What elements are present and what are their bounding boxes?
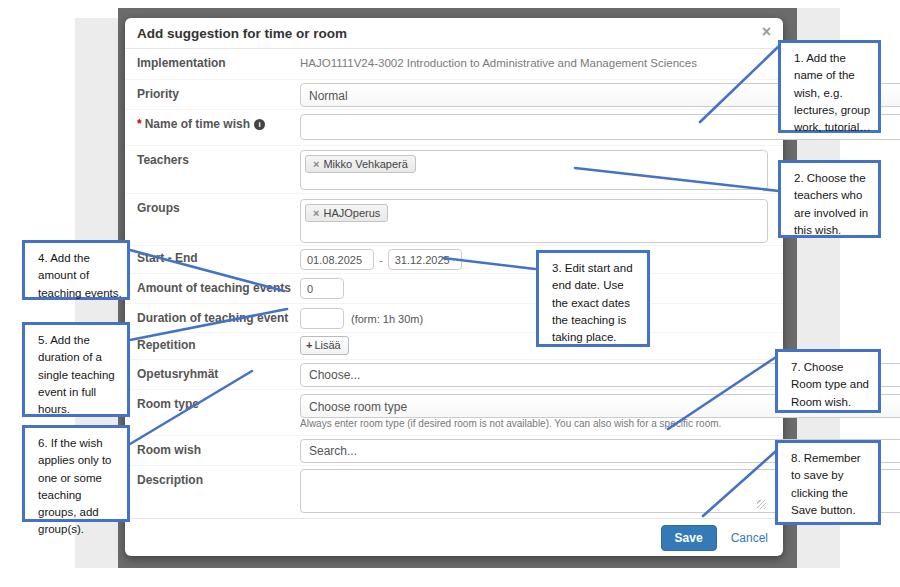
date-range-separator: -: [379, 254, 383, 266]
modal-header: Add suggestion for time or room ×: [125, 18, 783, 49]
close-icon[interactable]: ×: [762, 24, 771, 40]
teachers-multiselect[interactable]: ×Mikko Vehkaperä: [300, 150, 768, 190]
amount-of-teaching-events-input[interactable]: [300, 278, 344, 299]
start-end-label: Start - End: [137, 251, 198, 265]
duration-format-hint: (form: 1h 30m): [351, 313, 423, 325]
implementation-row: Implementation HAJO1111V24-3002 Introduc…: [125, 49, 783, 80]
plus-icon: +: [306, 339, 312, 351]
duration-controls: (form: 1h 30m): [300, 308, 768, 329]
name-of-time-wish-row: *Name of time wishi: [125, 110, 783, 146]
teachers-label: Teachers: [137, 153, 189, 167]
resize-grip-icon[interactable]: [757, 500, 766, 509]
info-icon[interactable]: i: [254, 119, 265, 130]
priority-selected-value: Normal: [309, 89, 348, 103]
cancel-button[interactable]: Cancel: [731, 531, 768, 545]
amount-label: Amount of teaching events: [137, 281, 291, 295]
annotation-box-1: 1. Add the name of the wish, e.g. lectur…: [778, 40, 881, 133]
end-date-input[interactable]: [388, 249, 462, 270]
start-date-input[interactable]: [300, 249, 374, 270]
start-end-row: Start - End -: [125, 246, 783, 274]
room-type-help-text: Always enter room type (if desired room …: [300, 418, 770, 429]
amount-of-teaching-events-row: Amount of teaching events: [125, 274, 783, 304]
description-label: Description: [137, 473, 203, 487]
room-wish-label: Room wish: [137, 443, 201, 457]
required-asterisk: *: [137, 117, 142, 131]
annotation-box-7: 7. Choose Room type and Room wish.: [775, 349, 881, 413]
tag-remove-icon[interactable]: ×: [313, 207, 319, 219]
room-wish-row: Room wish: [125, 436, 783, 466]
annotation-box-6: 6. If the wish applies only to one or so…: [22, 425, 130, 522]
room-type-row: Room type Choose room type ▾ Always ente…: [125, 390, 783, 436]
priority-row: Priority Normal ▾: [125, 80, 783, 110]
groups-multiselect[interactable]: ×HAJOperus: [300, 199, 768, 243]
duration-row: Duration of teaching event (form: 1h 30m…: [125, 304, 783, 333]
opetusryhmat-row: Opetusryhmät: [125, 360, 783, 390]
save-button[interactable]: Save: [661, 525, 717, 551]
room-type-selected-value: Choose room type: [309, 400, 407, 414]
start-end-controls: -: [300, 249, 768, 270]
tag-remove-icon[interactable]: ×: [313, 158, 319, 170]
annotation-box-2: 2. Choose the teachers who are involved …: [778, 160, 881, 238]
annotation-box-4: 4. Add the amount of teaching events.: [22, 240, 130, 300]
groups-label: Groups: [137, 201, 180, 215]
add-suggestion-modal: Add suggestion for time or room × Implem…: [125, 18, 783, 556]
repetition-row: Repetition +Lisää: [125, 333, 783, 360]
implementation-label: Implementation: [137, 56, 226, 70]
annotation-box-8: 8. Remember to save by clicking the Save…: [775, 440, 881, 525]
groups-row: Groups ×HAJOperus: [125, 194, 783, 246]
teacher-tag: ×Mikko Vehkaperä: [305, 155, 416, 173]
group-tag: ×HAJOperus: [305, 204, 388, 222]
add-repetition-button[interactable]: +Lisää: [300, 336, 349, 355]
annotation-box-3: 3. Edit start and end date. Use the exac…: [536, 250, 650, 347]
page-canvas: Add suggestion for time or room × Implem…: [0, 0, 900, 587]
duration-label: Duration of teaching event: [137, 311, 288, 325]
modal-footer: Save Cancel: [125, 518, 783, 556]
priority-label: Priority: [137, 87, 179, 101]
room-type-label: Room type: [137, 397, 199, 411]
implementation-value: HAJO1111V24-3002 Introduction to Adminis…: [300, 57, 697, 69]
repetition-label: Repetition: [137, 338, 196, 352]
modal-title: Add suggestion for time or room: [137, 26, 347, 41]
annotation-box-5: 5. Add the duration of a single teaching…: [22, 322, 130, 417]
opetusryhmat-label: Opetusryhmät: [137, 367, 218, 381]
description-row: Description: [125, 466, 783, 518]
teachers-row: Teachers ×Mikko Vehkaperä: [125, 146, 783, 194]
name-of-time-wish-label: *Name of time wishi: [137, 117, 265, 131]
duration-input[interactable]: [300, 308, 344, 329]
